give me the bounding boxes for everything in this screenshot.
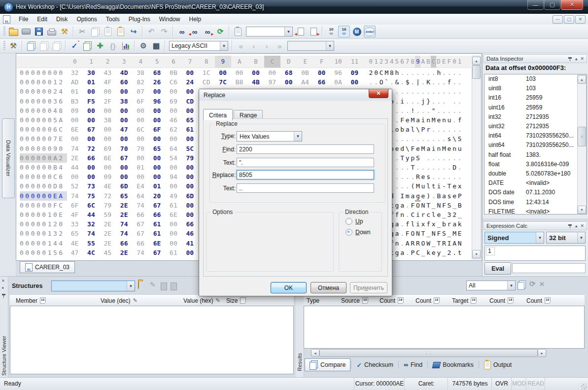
ascii-char[interactable]: . (400, 229, 405, 238)
bookmark-combo[interactable]: ▼ (287, 41, 334, 51)
ascii-char[interactable]: ( (410, 181, 415, 191)
ascii-char[interactable]: . (441, 97, 447, 106)
ascii-char[interactable]: C (379, 68, 384, 77)
ascii-char[interactable]: . (420, 87, 426, 96)
ascii-char[interactable]: . (415, 106, 420, 115)
hex-byte[interactable]: 67 (149, 248, 165, 257)
ascii-char[interactable]: S (457, 134, 462, 143)
dialog-titlebar[interactable]: Replace (199, 89, 392, 101)
hex-byte[interactable]: 00 (165, 134, 181, 143)
hex-byte[interactable]: CD (198, 77, 214, 87)
ascii-char[interactable]: . (420, 68, 426, 77)
inspector-row[interactable]: uint322712935 (484, 122, 587, 131)
ascii-char[interactable]: x (457, 181, 462, 191)
hex-byte[interactable]: 6D (182, 191, 198, 201)
hex-byte[interactable]: 00 (116, 87, 132, 96)
hex-byte[interactable]: 62 (165, 125, 181, 134)
ascii-char[interactable]: g (394, 201, 400, 210)
ascii-char[interactable]: R (441, 239, 447, 248)
hex-byte[interactable]: 70 (116, 144, 132, 153)
motorola-order-icon[interactable]: M (351, 26, 363, 37)
inspector-row[interactable]: int322712935 (484, 112, 587, 122)
goto-back-icon[interactable]: ◂ (295, 26, 307, 37)
ascii-char[interactable]: . (374, 77, 379, 87)
hex-byte[interactable]: 32 (83, 219, 99, 229)
ascii-char[interactable]: . (441, 163, 447, 172)
hex-byte[interactable]: 00 (165, 229, 181, 238)
ascii-char[interactable]: y (405, 153, 410, 163)
hex-byte[interactable]: 67 (133, 229, 149, 238)
hex-byte[interactable]: 4D (116, 68, 132, 77)
hex-byte[interactable]: 61 (165, 201, 181, 210)
ascii-char[interactable]: i (415, 219, 420, 229)
hex-byte[interactable]: 09 (346, 68, 363, 77)
ascii-char[interactable]: a (441, 191, 447, 201)
ascii-char[interactable]: . (420, 77, 426, 87)
hex-byte[interactable]: AD (67, 77, 83, 87)
copy-results-icon[interactable] (518, 281, 526, 291)
hex-byte[interactable]: 6F (67, 201, 83, 210)
ascii-char[interactable]: R (415, 239, 420, 248)
hex-byte[interactable]: 00 (165, 239, 181, 248)
ascii-char[interactable]: . (368, 77, 374, 87)
hex-byte[interactable]: 6E (67, 125, 83, 134)
undo-icon[interactable]: ↶ (145, 26, 157, 37)
ascii-char[interactable]: k (426, 248, 431, 257)
hex-byte[interactable]: 00 (182, 210, 198, 219)
menu-edit[interactable]: Edit (33, 14, 52, 25)
ascii-char[interactable]: K (426, 77, 431, 87)
nav-next-icon[interactable]: › (261, 40, 273, 52)
ascii-char[interactable]: n (452, 144, 457, 153)
ascii-char[interactable]: i (431, 144, 436, 153)
ascii-char[interactable]: M (441, 144, 447, 153)
ascii-char[interactable]: 3 (447, 210, 452, 219)
hex-byte[interactable]: 45 (100, 248, 116, 257)
delete-results-icon[interactable]: ✕ (539, 281, 545, 288)
hex-byte[interactable]: 00 (116, 172, 132, 181)
hex-byte[interactable]: CD (182, 97, 198, 106)
hex-byte[interactable]: 00 (100, 87, 116, 96)
ascii-char[interactable]: u (457, 144, 462, 153)
ascii-char[interactable]: F (410, 201, 415, 210)
ascii-char[interactable]: . (426, 106, 431, 115)
cut-icon[interactable]: ✂ (76, 26, 88, 37)
ascii-char[interactable]: . (452, 106, 457, 115)
ascii-char[interactable]: 0 (374, 68, 379, 77)
hex-byte[interactable]: 65 (67, 229, 83, 238)
hex-byte[interactable]: 4E (100, 181, 116, 191)
ascii-char[interactable]: T (436, 239, 442, 248)
ascii-char[interactable]: . (400, 219, 405, 229)
hex-byte[interactable]: 00 (182, 87, 198, 96)
ascii-char[interactable]: . (457, 68, 462, 77)
hex-byte[interactable]: 66 (149, 210, 165, 219)
ascii-char[interactable]: M (410, 115, 415, 125)
ascii-char[interactable]: e (452, 181, 457, 191)
hex-byte[interactable]: 00 (182, 201, 198, 210)
ascii-char[interactable]: | (415, 77, 420, 87)
hex-byte[interactable]: 61 (182, 125, 198, 134)
hex-byte[interactable]: 4B (247, 77, 264, 87)
nav-last-icon[interactable]: » (274, 40, 285, 52)
ascii-char[interactable]: . (447, 87, 452, 96)
hex-byte[interactable]: 00 (346, 77, 363, 87)
pin-icon[interactable] (1, 293, 6, 298)
hex-byte[interactable]: 6E (165, 210, 181, 219)
hex-byte[interactable]: 00 (100, 163, 116, 172)
ascii-char[interactable]: m (405, 191, 410, 201)
collapse-icon[interactable]: ▴ (575, 56, 578, 61)
ascii-char[interactable]: . (436, 106, 442, 115)
inspector-row[interactable]: uint1625959 (484, 103, 587, 112)
hex-byte[interactable]: 44 (67, 163, 83, 172)
calc-bits-combo[interactable]: 32 bit ▼ (546, 232, 586, 244)
hex-byte[interactable]: 00 (280, 77, 297, 87)
ascii-char[interactable]: b (400, 125, 405, 134)
hex-byte[interactable]: 6E (100, 153, 116, 163)
expression-input[interactable]: 1 (484, 246, 586, 261)
ascii-char[interactable]: . (452, 87, 457, 96)
ascii-char[interactable]: . (457, 153, 462, 163)
ascii-char[interactable]: . (426, 163, 431, 172)
ascii-char[interactable]: F (410, 144, 415, 153)
ascii-char[interactable]: R (410, 239, 415, 248)
hex-byte[interactable]: 6D (116, 181, 132, 191)
ascii-char[interactable]: . (457, 87, 462, 96)
